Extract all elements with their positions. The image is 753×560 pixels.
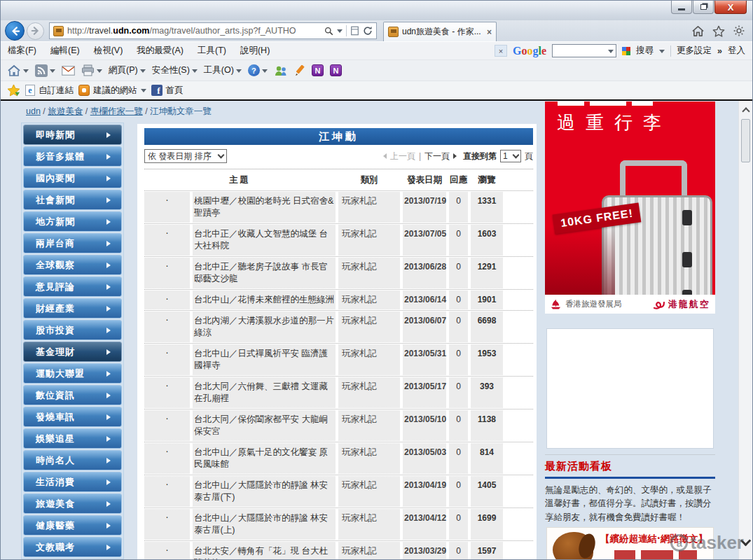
page-menu[interactable]: 網頁(P): [109, 64, 146, 76]
back-button[interactable]: [5, 21, 25, 41]
safety-menu[interactable]: 安全性(S): [152, 64, 198, 76]
author-title-bar: 江坤勳: [144, 128, 533, 145]
sidebar-category-button[interactable]: 財經產業: [23, 298, 122, 318]
tools-menu[interactable]: 工具(O): [204, 64, 242, 76]
google-more-settings[interactable]: 更多設定: [677, 45, 712, 57]
breadcrumb-travel[interactable]: 旅遊美食: [48, 106, 83, 116]
back-arrow-icon: [10, 26, 20, 36]
sidebar-category-button[interactable]: 發燒車訊: [23, 407, 122, 427]
google-search-button-icon[interactable]: [622, 47, 630, 55]
arrow-right-icon: [106, 132, 113, 138]
close-button[interactable]: X: [714, 1, 747, 14]
sidebar-category-button[interactable]: 地方新聞: [23, 211, 122, 232]
add-favorite-star-icon[interactable]: [7, 84, 20, 97]
article-title-link[interactable]: 桃園中壢／校園的老時光 日式宿舍&聖蹟亭: [193, 192, 336, 223]
address-bar[interactable]: http://travel.udn.com/mag/travel/author_…: [49, 22, 377, 39]
favorite-facebook-home[interactable]: f 首頁: [151, 85, 184, 97]
sidebar-category-button[interactable]: 旅遊美食: [23, 493, 122, 514]
luggage-ad-banner[interactable]: 過重行李 10KG FREE! 香港旅遊發展局 港龍航空: [545, 102, 715, 314]
google-signin[interactable]: 登入: [728, 45, 745, 57]
article-title-link[interactable]: 台北中正／聽老房子說故事 市長官邸藝文沙龍: [193, 258, 336, 288]
sidebar-category-button[interactable]: 基金理財: [23, 342, 122, 362]
refresh-icon[interactable]: [363, 26, 373, 36]
sidebar-category-button[interactable]: 生活消費: [23, 472, 122, 492]
menu-edit[interactable]: 編輯(E): [50, 45, 80, 57]
toolbar-close-icon[interactable]: ×: [495, 45, 507, 57]
google-logo: Google: [513, 45, 546, 57]
print-menu[interactable]: [81, 64, 102, 76]
page-number-select[interactable]: 1: [500, 150, 521, 162]
sidebar-category-button[interactable]: 社會新聞: [23, 190, 122, 210]
forward-button[interactable]: [27, 22, 44, 40]
article-title-link[interactable]: 台北中正／收藏人文智慧的城堡 台大社科院: [193, 225, 336, 255]
menu-tools[interactable]: 工具(T): [198, 45, 226, 57]
article-views: 1901: [471, 290, 503, 309]
nav-right-icons: [691, 24, 752, 37]
browser-tab[interactable]: udn旅遊美食 - 作家... ×: [383, 22, 497, 41]
sidebar-category-button[interactable]: 即時新聞: [23, 125, 122, 145]
book-promo-banner[interactable]: 【繽紛超連結‧網路徵文】: [546, 527, 714, 559]
sort-select[interactable]: 依 發表日期 排序: [144, 149, 227, 163]
sidebar-category-button[interactable]: 兩岸台商: [23, 233, 122, 253]
scrollbar-thumb[interactable]: [741, 119, 750, 162]
google-more-chevron[interactable]: »: [717, 46, 722, 56]
blog-pen-icon[interactable]: [294, 65, 305, 76]
search-history-dropdown-icon[interactable]: [608, 50, 614, 56]
article-title-link[interactable]: 台北中山／大隱隱於市的靜謐 林安泰古厝(下): [193, 476, 336, 507]
article-title-link[interactable]: 台北中山／花博未來館裡的生態綠洲: [193, 290, 336, 309]
google-search-dropdown-icon[interactable]: [659, 50, 665, 56]
google-search-label[interactable]: 搜尋: [636, 45, 654, 57]
home-menu[interactable]: [7, 64, 29, 77]
sidebar-category-button[interactable]: 時尚名人: [23, 450, 122, 470]
sidebar-category-button[interactable]: 運動大聯盟: [23, 363, 122, 384]
minimize-button[interactable]: [671, 1, 692, 14]
article-title-link[interactable]: 台北大同／保你闔家都平安 大龍峒保安宮: [193, 410, 336, 441]
article-title-link[interactable]: 台北中山／原氣十足的文化饗宴 原民風味館: [193, 443, 336, 474]
article-title-link[interactable]: 台北中山／日式禪風祈平安 臨濟護國禪寺: [193, 344, 336, 375]
article-title-link[interactable]: 台北中山／大隱隱於市的靜謐 林安泰古厝(上): [193, 509, 336, 540]
breadcrumb-udn[interactable]: udn: [26, 106, 41, 116]
vertical-scrollbar[interactable]: [738, 101, 752, 559]
menu-favorites[interactable]: 我的最愛(A): [137, 45, 184, 57]
help-menu[interactable]: ?: [248, 64, 268, 76]
restore-button[interactable]: [693, 1, 714, 14]
article-title-link[interactable]: 台北內湖／大溝溪親水步道的那一片綠涼: [193, 312, 336, 342]
breadcrumb-authors[interactable]: 專欄作家一覽: [90, 106, 143, 116]
sidebar-category-button[interactable]: 文教職考: [23, 537, 122, 557]
favorite-suggested-sites[interactable]: 建議的網站: [78, 85, 146, 97]
menu-file[interactable]: 檔案(F): [8, 45, 36, 57]
read-mail-icon[interactable]: [62, 66, 75, 76]
messenger-buddies-icon[interactable]: [274, 65, 288, 76]
sidebar-category-button[interactable]: 國內要聞: [23, 168, 122, 188]
onenote-linked-notes-icon[interactable]: N: [330, 64, 342, 76]
sidebar-category-button[interactable]: 娛樂追星: [23, 428, 122, 449]
favorite-custom-links[interactable]: e 自訂連結: [25, 85, 74, 97]
compatibility-view-icon[interactable]: [350, 26, 359, 36]
arrow-right-icon: [106, 545, 113, 550]
article-title-link[interactable]: 台北大同／六佾舞、三獻禮 文運藏在孔廟裡: [193, 377, 336, 408]
google-search-input[interactable]: [552, 44, 616, 57]
sidebar-category-button[interactable]: 意見評論: [23, 276, 122, 297]
onenote-send-icon[interactable]: N: [312, 64, 324, 76]
settings-gear-icon[interactable]: [733, 24, 745, 37]
prev-page-link[interactable]: 上一頁: [390, 150, 415, 162]
sidebar-category-button[interactable]: 數位資訊: [23, 385, 122, 405]
article-title-link[interactable]: 台北大安／轉角有「花」現 台大杜鵑花節: [193, 542, 336, 559]
tab-close-icon[interactable]: ×: [487, 27, 492, 37]
feeds-menu[interactable]: [35, 64, 55, 77]
sidebar-category-button[interactable]: 影音多媒體: [23, 146, 122, 167]
menu-help[interactable]: 說明(H): [240, 45, 270, 57]
address-dropdown-icon[interactable]: [337, 29, 343, 36]
sidebar-category-button[interactable]: 全球觀察: [23, 255, 122, 275]
url-text[interactable]: http://travel.udn.com/mag/travel/author_…: [67, 26, 321, 36]
scroll-down-button[interactable]: [740, 534, 752, 551]
favorites-star-icon[interactable]: [712, 25, 725, 37]
search-icon[interactable]: [324, 27, 333, 36]
sidebar-category-button[interactable]: 健康醫藥: [23, 515, 122, 536]
home-icon[interactable]: [691, 25, 705, 37]
article-row: ‧ 台北中山／大隱隱於市的靜謐 林安泰古厝(下) 玩家札記 2013/04/19…: [144, 475, 533, 507]
sidebar-category-button[interactable]: 股市投資: [23, 320, 122, 340]
next-page-link[interactable]: 下一頁: [424, 150, 450, 162]
scroll-up-button[interactable]: [740, 103, 752, 117]
menu-view[interactable]: 檢視(V): [94, 45, 123, 57]
